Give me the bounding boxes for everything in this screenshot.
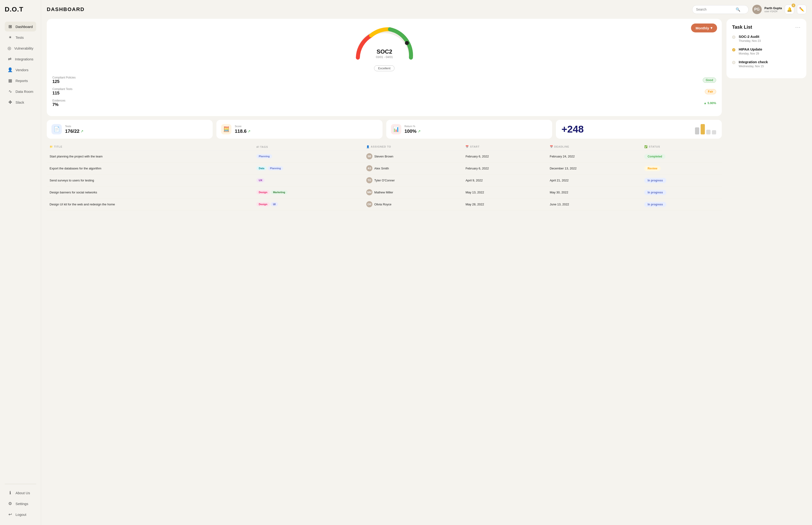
sidebar-item-settings[interactable]: ⚙ Settings [5, 499, 36, 509]
return-icon-box: 📊 [391, 124, 401, 134]
col-status: ✅STATUS [641, 144, 722, 150]
task-name: SOC-2 Audit [739, 34, 761, 39]
left-column: Monthly ▾ [47, 19, 722, 210]
task-more-button[interactable]: ··· [795, 25, 801, 30]
sidebar-item-dashboard[interactable]: ⊞ Dashboard [5, 21, 36, 31]
sidebar-item-tests[interactable]: ✴ Tests [5, 32, 36, 42]
table-section: 📁TITLE 🏷TAGS 👤ASSIGNED TO 📅START 📅DEADLI… [47, 144, 722, 210]
cell-start: February 6, 2022 [463, 162, 547, 174]
chevron-down-icon: ▾ [710, 26, 713, 30]
task-dot [732, 48, 735, 51]
sidebar-item-label: Tests [16, 35, 24, 40]
header: DASHBOARD 🔍 PG Parth Gupta user #1424 🔔 … [47, 5, 806, 14]
search-input[interactable] [696, 7, 734, 11]
tag-chip: UI [271, 202, 278, 206]
return-value: 100% [404, 129, 417, 134]
evidences-row: Evidences 7% ▲ 5.90% [52, 99, 716, 107]
task-item: Integration check Wednesday, Nov 15 [732, 60, 801, 68]
sidebar-item-label: Data Room [16, 90, 33, 93]
sidebar-item-vendors[interactable]: 👤 Vendors [5, 65, 36, 75]
tests-stat-icon: 📄 [53, 126, 60, 132]
notification-badge: 2 [792, 3, 795, 7]
tests-stat-card: 📄 Tests 176/22 ↗ [47, 120, 213, 139]
tag-chip: Design [256, 190, 270, 194]
cell-status: In progress [641, 186, 722, 198]
integrations-icon: ⇌ [7, 56, 12, 62]
logout-icon: ↩ [7, 512, 13, 517]
trend-value: ▲ 5.90% [704, 101, 716, 105]
table-row: Design banners for social networks Desig… [47, 186, 722, 198]
evidences-value: 7% [52, 102, 65, 107]
user-avatar: AS [366, 165, 372, 171]
nav-items: ⊞ Dashboard ✴ Tests ◎ Vulnerability ⇌ In… [5, 21, 36, 480]
monthly-button[interactable]: Monthly ▾ [691, 24, 717, 32]
user-id: user #1424 [765, 10, 782, 13]
bar-4 [712, 130, 716, 134]
cell-deadline: April 21, 2022 [547, 174, 641, 186]
sidebar-item-slack[interactable]: ✤ Slack [5, 97, 36, 107]
tests-trend-icon: ↗ [80, 129, 83, 134]
cell-status: Completed [641, 150, 722, 162]
return-trend-icon: ↗ [417, 129, 420, 134]
cell-tags: Planning [254, 150, 364, 162]
aboutus-icon: ℹ [7, 490, 13, 495]
sidebar-item-label: About Us [16, 491, 30, 495]
sidebar-item-aboutus[interactable]: ℹ About Us [5, 488, 36, 498]
compliant-tests-row: Compliant Tests 115 Fair [52, 87, 716, 96]
sidebar-item-label: Settings [16, 502, 28, 506]
bar-2 [701, 124, 705, 134]
sidebar-item-vulnerability[interactable]: ◎ Vulnerability [5, 43, 36, 53]
sidebar-item-dataroom[interactable]: ∿ Data Room [5, 87, 36, 96]
cell-title: Send surveys to users for testing [47, 174, 254, 186]
notifications-button[interactable]: 🔔 2 [785, 5, 794, 14]
soc-card: Monthly ▾ [47, 19, 722, 116]
return-stat-icon: 📊 [393, 126, 399, 132]
sidebar: D.O.T ⊞ Dashboard ✴ Tests ◎ Vulnerabilit… [0, 0, 41, 525]
user-avatar: TO [366, 177, 372, 183]
task-dot [732, 61, 735, 64]
cell-status: Review [641, 162, 722, 174]
vendors-icon: 👤 [7, 67, 13, 72]
svg-text:SOC2: SOC2 [377, 48, 392, 55]
score-icon-box: 🧮 [221, 124, 231, 134]
tests-icon: ✴ [7, 35, 13, 40]
cell-tags: DataPlanning [254, 162, 364, 174]
cell-assigned: TO Tyler O'Conner [364, 174, 463, 186]
dataroom-icon: ∿ [7, 89, 13, 94]
user-avatar: SB [366, 153, 372, 159]
search-box[interactable]: 🔍 [692, 5, 749, 14]
avatar: PG [752, 5, 762, 14]
compliant-tests-value: 115 [52, 91, 72, 96]
return-stat-info: Return % 100% ↗ [404, 125, 420, 134]
sidebar-item-reports[interactable]: ▦ Reports [5, 76, 36, 86]
user-info: Parth Gupta user #1424 [765, 6, 782, 13]
fair-badge: Fair [705, 89, 716, 94]
sidebar-item-label: Slack [16, 100, 24, 104]
task-date: Wednesday, Nov 15 [739, 65, 768, 68]
cell-start: April 9, 2022 [463, 174, 547, 186]
cell-deadline: June 13, 2022 [547, 198, 641, 210]
table-row: Design UI kit for the web and redesign t… [47, 198, 722, 210]
cell-tags: UX [254, 174, 364, 186]
status-badge: Completed [644, 154, 665, 159]
table-row: Start planning the project with the team… [47, 150, 722, 162]
return-stat-card: 📊 Return % 100% ↗ [386, 120, 552, 139]
sidebar-item-logout[interactable]: ↩ Logout [5, 510, 36, 519]
cell-tags: DesignMarketing [254, 186, 364, 198]
cell-title: Design banners for social networks [47, 186, 254, 198]
content-grid: Monthly ▾ [47, 19, 806, 210]
svg-text:03/01 - 04/01: 03/01 - 04/01 [376, 56, 393, 59]
col-assigned: 👤ASSIGNED TO [364, 144, 463, 150]
task-details: Integration check Wednesday, Nov 15 [739, 60, 768, 68]
stats-row: 📄 Tests 176/22 ↗ 🧮 Score [47, 120, 722, 139]
right-column: Task List ··· SOC-2 Audit Thursday, Nov … [726, 19, 806, 210]
tag-chip: Marketing [271, 190, 288, 194]
data-table: 📁TITLE 🏷TAGS 👤ASSIGNED TO 📅START 📅DEADLI… [47, 144, 722, 210]
task-item: SOC-2 Audit Thursday, Nov 23 [732, 34, 801, 43]
assigned-name: Steven Brown [374, 155, 393, 158]
cell-assigned: AS Alex Smith [364, 162, 463, 174]
edit-button[interactable]: ✏️ [797, 5, 806, 14]
cell-title: Export the databases for the algorithm [47, 162, 254, 174]
cell-title: Start planning the project with the team [47, 150, 254, 162]
sidebar-item-integrations[interactable]: ⇌ Integrations [5, 54, 36, 64]
